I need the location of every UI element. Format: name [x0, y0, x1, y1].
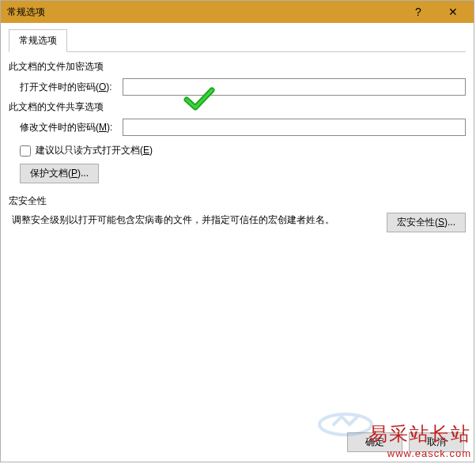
- macro-description: 调整安全级别以打开可能包含宏病毒的文件，并指定可信任的宏创建者姓名。: [12, 213, 374, 228]
- window-title: 常规选项: [7, 6, 401, 19]
- dialog-body: 常规选项 此文档的文件加密选项 打开文件时的密码(O): 此文档的文件共享选项 …: [1, 23, 474, 462]
- open-password-label: 打开文件时的密码(O):: [20, 81, 123, 94]
- row-modify-password: 修改文件时的密码(M):: [20, 119, 466, 136]
- tab-general[interactable]: 常规选项: [9, 29, 67, 52]
- open-password-input[interactable]: [123, 78, 466, 96]
- section-encryption-label: 此文档的文件加密选项: [9, 60, 466, 74]
- help-icon: ?: [415, 6, 421, 18]
- cancel-button[interactable]: 取消: [409, 432, 464, 452]
- bottom-bar: 确定 取消: [347, 432, 464, 452]
- close-icon: ✕: [448, 6, 458, 18]
- modify-password-input[interactable]: [123, 119, 466, 136]
- close-button[interactable]: ✕: [436, 1, 470, 23]
- dialog-general-options: 常规选项 ? ✕ 常规选项 此文档的文件加密选项 打开文件时的密码(O): 此文…: [0, 0, 474, 462]
- section-sharing-label: 此文档的文件共享选项: [9, 100, 466, 114]
- row-open-password: 打开文件时的密码(O):: [20, 78, 466, 96]
- titlebar: 常规选项 ? ✕: [1, 1, 474, 23]
- readonly-recommended-checkbox[interactable]: [20, 145, 31, 157]
- section-macro-label: 宏安全性: [9, 194, 466, 208]
- macro-security-button[interactable]: 宏安全性(S)...: [387, 213, 466, 232]
- row-macro-security: 调整安全级别以打开可能包含宏病毒的文件，并指定可信任的宏创建者姓名。 宏安全性(…: [12, 213, 466, 232]
- help-button[interactable]: ?: [401, 1, 436, 23]
- ok-button[interactable]: 确定: [347, 432, 402, 452]
- protect-document-button[interactable]: 保护文档(P)...: [20, 164, 99, 183]
- row-readonly-recommended: 建议以只读方式打开文档(E): [20, 144, 466, 157]
- tabstrip: 常规选项: [9, 29, 466, 52]
- readonly-recommended-label: 建议以只读方式打开文档(E): [36, 144, 153, 157]
- modify-password-label: 修改文件时的密码(M):: [20, 121, 123, 134]
